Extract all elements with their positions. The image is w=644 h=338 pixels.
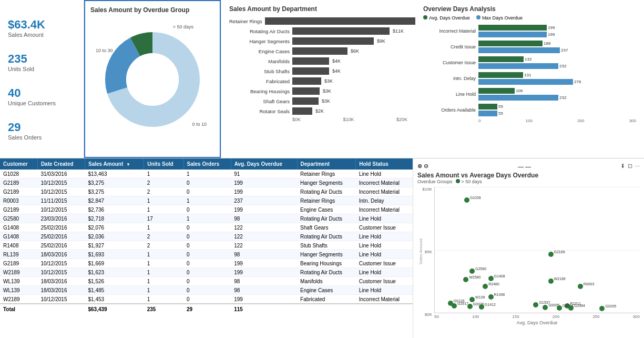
dept-bar-track: $9K <box>292 37 407 45</box>
col-date-created[interactable]: Date Created <box>37 158 85 170</box>
dept-bar-row: Engine Cases $6K <box>229 47 407 55</box>
dept-bar-label: Rotator Seals <box>229 108 290 114</box>
table-cell: Bearing Housings <box>297 259 356 268</box>
table-cell: 18/03/2016 <box>37 277 85 286</box>
table-cell: Line Hold <box>356 286 413 295</box>
table-cell: Manifolds <box>297 277 356 286</box>
dept-bar-fill <box>292 57 329 65</box>
table-row[interactable]: G102831/03/2016$13,4631191Retainer Rings… <box>0 170 413 178</box>
table-cell: 1 <box>144 277 183 286</box>
scatter-dot-label: G1408 <box>494 274 505 278</box>
table-cell: 25/02/2016 <box>37 241 85 250</box>
table-cell: 1 <box>144 205 183 214</box>
scatter-panel: ⊕ ⊖ — — ⬇ ⊡ ··· Sales Amount vs Average … <box>413 158 644 338</box>
table-row[interactable]: W218910/12/2015$1,62310199Rotating Air D… <box>0 268 413 277</box>
table-row[interactable]: G140825/02/2016$2,07610122Shaft GearsCus… <box>0 223 413 232</box>
table-footer-cell <box>297 304 356 314</box>
dept-bar-value: $4K <box>331 58 341 64</box>
scatter-dot <box>543 305 548 310</box>
table-row[interactable]: RL13918/03/2016$1,6931098Hanger Segments… <box>0 250 413 259</box>
table-cell: $2,076 <box>85 223 144 232</box>
scatter-dot <box>464 197 469 203</box>
col-sales-amount[interactable]: Sales Amount ▼ <box>85 158 144 170</box>
table-row[interactable]: G218910/12/2015$3,27520199Hanger Segment… <box>0 178 413 187</box>
col-hold-status[interactable]: Hold Status <box>356 158 413 170</box>
scatter-dot <box>488 276 494 281</box>
dept-bar-row: Rotator Seals $2K <box>229 107 407 115</box>
table-cell: G2189 <box>0 259 37 268</box>
days-avg-bar: 55 <box>478 104 636 110</box>
grid-line-mid <box>435 250 640 251</box>
scatter-dot-label: G0205 <box>605 304 616 308</box>
dept-bar-row: Manifolds $4K <box>229 57 407 65</box>
table-row[interactable]: G140825/02/2016$2,03620122Rotating Air D… <box>0 232 413 241</box>
table-scroll[interactable]: Customer Date Created Sales Amount ▼ Uni… <box>0 158 413 338</box>
days-avg-bar: 106 <box>478 88 636 94</box>
table-cell: 0 <box>183 250 231 259</box>
col-units-sold[interactable]: Units Sold <box>144 158 183 170</box>
table-row[interactable]: G218910/12/2015$3,27520199Rotating Air D… <box>0 187 413 196</box>
dept-bar-fill <box>292 87 320 95</box>
table-cell: 2 <box>144 178 183 187</box>
dept-bar-value: $11K <box>391 28 404 34</box>
scatter-inner: G1028G2189G2580W2580G1408R2480R1408W2189… <box>434 187 640 325</box>
dept-bar-value: $3K <box>321 88 331 94</box>
days-bar-group: 132 232 <box>478 56 636 69</box>
days-bar-group: 188 237 <box>478 41 636 53</box>
top-row: $63.4K Sales Amount 235 Units Sold 40 Un… <box>0 0 644 158</box>
table-row[interactable]: G258023/03/2016$2,71817198Rotating Air D… <box>0 214 413 223</box>
table-footer-cell <box>37 304 85 314</box>
dept-bar-track: $11K <box>292 27 407 35</box>
days-row: Incorrect Material 199 199 <box>423 25 636 37</box>
more-icon[interactable]: ··· <box>635 163 640 170</box>
x-axis-labels: 50 100 150 200 250 300 <box>434 314 640 319</box>
table-row[interactable]: G218910/12/2015$1,66910199Bearing Housin… <box>0 259 413 268</box>
table-row[interactable]: WL13918/03/2016$1,5261098ManifoldsCustom… <box>0 277 413 286</box>
download-icon[interactable]: ⬇ <box>620 163 625 170</box>
table-cell: R0003 <box>0 196 37 205</box>
dept-bar-fill <box>292 27 390 35</box>
scatter-dot <box>578 284 583 289</box>
col-customer[interactable]: Customer <box>0 158 37 170</box>
donut-chart-title: Sales Amount by Overdue Group <box>90 6 214 14</box>
table-row[interactable]: W218910/12/2015$1,45310199FabricatedInco… <box>0 295 413 304</box>
col-department[interactable]: Department <box>297 158 356 170</box>
scatter-plot: G1028G2189G2580W2580G1408R2480R1408W2189… <box>434 187 640 313</box>
expand-icon[interactable]: ⊡ <box>628 163 632 170</box>
table-cell: $1,485 <box>85 286 144 295</box>
sales-amount-label: Sales Amount <box>8 32 45 38</box>
table-cell: 25/02/2016 <box>37 223 85 232</box>
table-row[interactable]: G218910/12/2015$2,73610199Engine CasesIn… <box>0 205 413 214</box>
dept-bar-value: $2K <box>314 108 324 114</box>
table-cell: Rotating Air Ducts <box>297 214 356 223</box>
table-row[interactable]: WL13918/03/2016$1,4851098Engine CasesLin… <box>0 286 413 295</box>
scatter-dot <box>479 304 484 310</box>
table-row[interactable]: R140825/02/2016$1,92720122Stub ShaftsLin… <box>0 241 413 250</box>
table-cell: $1,623 <box>85 268 144 277</box>
table-cell: 0 <box>183 178 231 187</box>
table-cell: $1,669 <box>85 259 144 268</box>
table-cell: 25/02/2016 <box>37 232 85 241</box>
col-sales-orders[interactable]: Sales Orders <box>183 158 231 170</box>
col-avg-days[interactable]: Avg. Days Overdue <box>231 158 297 170</box>
table-cell: 199 <box>231 187 297 196</box>
scatter-legend: Overdue Groups > 50 days <box>417 179 640 184</box>
table-cell: Rotating Air Ducts <box>297 268 356 277</box>
grid-line-top <box>435 187 640 187</box>
days-avg-bar: 131 <box>478 72 636 78</box>
table-cell: Line Hold <box>356 268 413 277</box>
table-cell: 1 <box>183 214 231 223</box>
table-cell: Intn. Delay <box>356 196 413 205</box>
dept-bar-fill <box>292 67 329 75</box>
avg-days-legend-dot <box>423 15 427 19</box>
table-cell: Line Hold <box>356 250 413 259</box>
table-row[interactable]: R000311/11/2015$2,84711237Retainer Rings… <box>0 196 413 205</box>
days-row: Line Hold 106 232 <box>423 88 636 101</box>
dept-bar-row: Shaft Gears $3K <box>229 97 407 105</box>
table-cell: G1408 <box>0 232 37 241</box>
table-cell: 98 <box>231 214 297 223</box>
scatter-dot-label: G2580 <box>475 267 486 271</box>
table-cell: 0 <box>183 286 231 295</box>
scatter-dot-label: R0003 <box>584 282 595 286</box>
dept-bar-fill <box>292 37 374 45</box>
